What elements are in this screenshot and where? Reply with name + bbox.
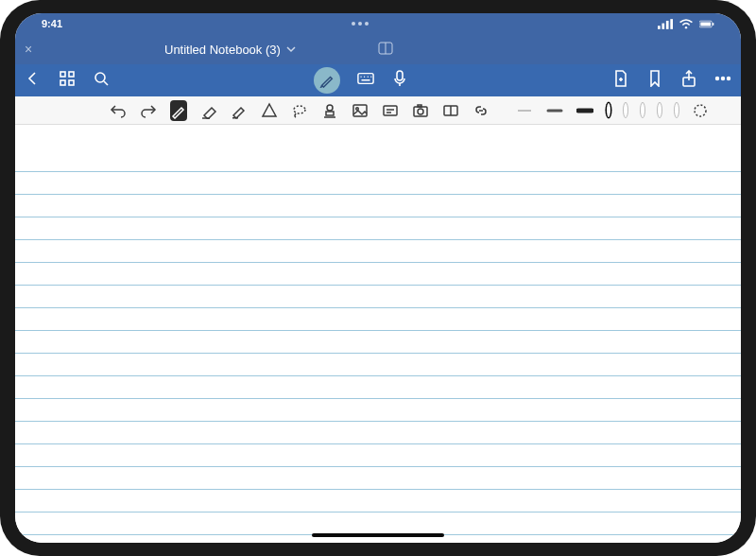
svg-point-4: [685, 26, 687, 27]
close-doc-button[interactable]: ×: [25, 42, 32, 57]
svg-rect-7: [713, 23, 713, 26]
chevron-down-icon: [286, 44, 296, 54]
home-indicator[interactable]: [312, 533, 444, 537]
textbox-tool-button[interactable]: [382, 100, 399, 121]
svg-point-36: [356, 107, 359, 110]
svg-rect-31: [232, 117, 238, 119]
screen: 9:41 × Untitled Notebook (3): [15, 13, 741, 543]
svg-point-32: [294, 106, 305, 113]
app-bar: [15, 64, 741, 96]
lasso-tool-button[interactable]: [291, 100, 308, 121]
svg-line-15: [104, 81, 108, 85]
svg-point-29: [728, 78, 730, 80]
share-button[interactable]: [680, 70, 697, 91]
stamp-tool-button[interactable]: [321, 100, 338, 121]
status-bar: 9:41: [15, 13, 741, 34]
svg-point-33: [327, 105, 333, 111]
wifi-icon: [679, 19, 694, 29]
battery-icon: [699, 19, 714, 29]
signal-icon: [658, 19, 673, 29]
svg-rect-6: [700, 22, 711, 26]
color-swatch-3[interactable]: [641, 103, 644, 117]
note-canvas[interactable]: [15, 125, 741, 543]
svg-rect-11: [69, 72, 74, 77]
color-swatch-4[interactable]: [658, 103, 662, 117]
svg-rect-16: [358, 74, 373, 84]
split-view-button[interactable]: [378, 41, 393, 59]
eraser-tool-button[interactable]: [200, 100, 217, 121]
search-button[interactable]: [93, 70, 110, 91]
shape-tool-button[interactable]: [261, 100, 278, 121]
color-swatch-2[interactable]: [624, 103, 627, 117]
image-tool-button[interactable]: [352, 100, 369, 121]
more-button[interactable]: [714, 70, 731, 91]
bookmark-button[interactable]: [646, 70, 663, 91]
svg-point-28: [722, 78, 725, 80]
title-bar: × Untitled Notebook (3): [15, 34, 741, 64]
color-wheel-button[interactable]: [692, 100, 709, 121]
svg-point-27: [716, 78, 719, 80]
document-title-dropdown[interactable]: Untitled Notebook (3): [164, 43, 296, 57]
svg-rect-12: [60, 80, 65, 85]
drawing-toolbar: [15, 96, 741, 125]
add-page-button[interactable]: [612, 70, 629, 91]
redo-button[interactable]: [140, 100, 157, 121]
undo-button[interactable]: [110, 100, 127, 121]
status-right: [658, 19, 714, 29]
svg-rect-3: [670, 19, 673, 29]
widget-tool-button[interactable]: [442, 100, 459, 121]
keyboard-mode-button[interactable]: [357, 70, 374, 91]
back-button[interactable]: [25, 70, 42, 91]
stroke-thick-button[interactable]: [576, 102, 593, 119]
color-swatch-1[interactable]: [607, 103, 610, 117]
status-time: 9:41: [42, 18, 62, 29]
stroke-thin-button[interactable]: [516, 102, 533, 119]
dot-icon: [352, 22, 355, 26]
svg-point-14: [95, 73, 105, 82]
svg-rect-10: [60, 72, 65, 77]
svg-rect-37: [384, 106, 397, 115]
svg-rect-13: [69, 80, 74, 85]
multitask-dots[interactable]: [352, 22, 369, 26]
color-swatch-5[interactable]: [675, 103, 679, 117]
grid-view-button[interactable]: [59, 70, 76, 91]
svg-rect-0: [658, 26, 661, 29]
svg-rect-42: [418, 105, 421, 107]
mic-button[interactable]: [391, 70, 408, 91]
link-tool-button[interactable]: [472, 100, 490, 121]
camera-tool-button[interactable]: [412, 100, 429, 121]
document-title: Untitled Notebook (3): [164, 43, 281, 57]
svg-rect-2: [666, 20, 669, 28]
device-frame: 9:41 × Untitled Notebook (3): [0, 0, 756, 556]
pen-mode-button[interactable]: [314, 67, 340, 94]
svg-point-49: [695, 105, 706, 116]
dot-icon: [365, 22, 369, 26]
pen-tool-button[interactable]: [170, 100, 187, 121]
dot-icon: [358, 22, 362, 26]
svg-point-41: [418, 109, 423, 114]
stroke-medium-button[interactable]: [546, 102, 563, 119]
svg-rect-1: [662, 23, 664, 28]
svg-rect-35: [353, 105, 367, 116]
svg-rect-22: [397, 71, 403, 80]
highlighter-tool-button[interactable]: [231, 100, 248, 121]
